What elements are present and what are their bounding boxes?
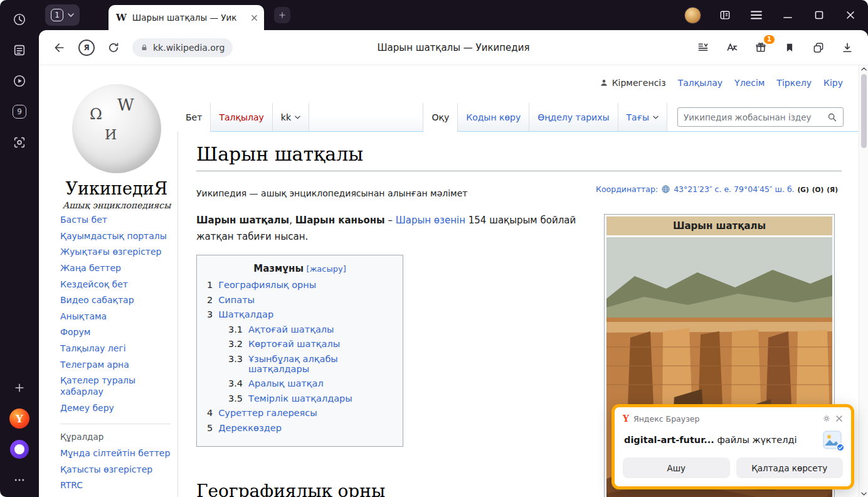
toc-link[interactable]: Дереккөздер [218,423,282,433]
personal-contrib-link[interactable]: Үлесім [734,78,765,88]
tab-read[interactable]: Оқу [423,103,458,131]
toc-link[interactable]: Темірлік шатқалдары [248,393,352,403]
alice-assistant-icon[interactable] [9,439,30,460]
scroll-down-icon[interactable] [861,492,867,496]
tab-group-selector[interactable]: 1 [45,4,80,26]
tab-more[interactable]: Тағы [618,103,667,131]
toc-link[interactable]: Сипаты [218,295,255,305]
personal-register-link[interactable]: Тіркелу [776,78,812,88]
more-options-icon[interactable] [9,469,30,491]
tab-viewsource[interactable]: Кодын көру [458,103,529,131]
user-avatar[interactable] [684,7,701,24]
toc-link[interactable]: Ақтоғай шатқалы [248,324,334,334]
menu-icon[interactable] [749,8,764,23]
tools-link-related[interactable]: Қатысты өзгерістер [60,464,171,476]
sidebar-link-talkfeed[interactable]: Талқылау легі [60,343,171,355]
tab-talk-label: Талқылау [219,112,263,122]
toc-item: 3.1Ақтоғай шатқалы [207,324,393,334]
globe-icon [661,184,670,194]
active-tab[interactable]: W Шарын шатқалы — Уик [109,5,264,30]
sidebar-link-telegram[interactable]: Телеграм арна [60,360,171,371]
extensions-icon[interactable] [810,40,827,56]
tab-title: Шарын шатқалы — Уик [132,13,245,23]
back-button[interactable] [51,40,68,56]
tab-history-label: Өңделу тарихы [537,112,609,122]
wiki-search-input[interactable] [684,112,827,122]
close-button[interactable] [843,8,858,23]
wiki-search-box[interactable] [677,107,844,127]
tab-read-label: Оқу [431,112,449,122]
address-bar[interactable]: kk.wikipedia.org [132,38,233,57]
river-link[interactable]: Шарын өзенін [396,215,465,226]
sidebar-link-forum[interactable]: Форум [60,327,171,338]
popup-settings-icon[interactable] [822,414,831,423]
coordinates: Координаттар: 43°21′23″ с. е. 79°04′45″ … [596,184,838,194]
coord-link-o[interactable]: (O) [812,186,824,193]
history-icon[interactable] [9,9,30,30]
site-tagline: Уикипедия — ашық энциклопедиясынан алынғ… [196,188,467,198]
refresh-button[interactable] [105,40,122,56]
toc-link[interactable]: Ұзынбұлақ алқабы шатқалдары [248,354,393,374]
coordinates-value[interactable]: 43°21′23″ с. е. 79°04′45″ ш. б. [674,184,794,194]
show-in-folder-button[interactable]: Қалтада көрсету [736,457,844,478]
translate-icon[interactable] [724,40,740,56]
tab-language[interactable]: kk [273,103,309,131]
yandex-search-button[interactable]: Я [78,40,95,56]
personal-login-link[interactable]: Кіру [823,78,843,88]
toc-link[interactable]: Шатқалдар [218,309,273,319]
scrollbar-thumb[interactable] [861,74,867,148]
tab-close-icon[interactable] [251,14,258,21]
sidebar-link-newpages[interactable]: Жаңа беттер [60,263,171,274]
download-message: digital-art-futur... файлы жүктелді [624,430,842,449]
coord-link-ya[interactable]: (Я) [827,186,838,193]
side-panels-icon[interactable] [717,8,733,23]
anon-user[interactable]: Кірмегенсіз [600,78,666,88]
scroll-up-icon[interactable] [861,67,867,71]
tab-talk[interactable]: Талқылау [211,103,272,131]
tab-page[interactable]: Бет [177,103,211,131]
tab-history[interactable]: Өңделу тарихы [529,103,618,131]
reader-mode-icon[interactable] [695,40,711,56]
coordinates-label[interactable]: Координаттар: [596,184,658,194]
sidebar-link-main[interactable]: Басты бет [60,215,171,226]
coord-link-g[interactable]: (G) [798,186,809,193]
toc-link[interactable]: Көртоғай шатқалы [248,339,340,349]
sidebar-link-random[interactable]: Кездейсоқ бет [60,279,171,291]
downloads-icon[interactable] [839,40,855,56]
wikipedia-logo[interactable]: Ω W И УикипедиЯ Ашық энциклопедиясы [55,84,178,210]
intro-paragraph: Шарын шатқалы, Шарын каньоны – Шарын өзе… [196,212,601,245]
toc-link[interactable]: Аралық шатқал [248,378,324,388]
open-file-button[interactable]: Ашу [623,457,730,478]
video-icon[interactable] [9,70,30,92]
minimize-button[interactable] [780,8,795,23]
sidebar-link-video[interactable]: Видео сабақтар [60,295,171,306]
logo-wordmark: УикипедиЯ [55,179,178,198]
promo-gift-icon[interactable]: 1 [753,40,769,56]
add-panel-icon[interactable] [9,377,30,398]
toc-link[interactable]: Суреттер галереясы [218,408,317,418]
sidebar-link-report[interactable]: Қателер туралы хабарлау [60,375,171,397]
toc-link[interactable]: Географиялық орны [218,280,316,290]
infobox-title: Шарын шатқалы [606,216,832,235]
sidebar-link-donate[interactable]: Демеу беру [60,403,171,414]
sidebar-link-help[interactable]: Анықтама [60,311,171,323]
file-thumbnail[interactable] [823,430,842,449]
screenshot-icon[interactable] [9,132,30,153]
sidebar-link-recent[interactable]: Жуықтағы өзгерістер [60,247,171,258]
scrollbar[interactable] [859,65,868,497]
yandex-browser-logo[interactable]: Y [9,408,30,429]
new-tab-button[interactable] [274,7,290,23]
popup-app-name: Яндекс Браузер [633,414,699,424]
bookmark-icon[interactable] [781,40,798,56]
tools-link-whatlinkshere[interactable]: Мұнда сілтейтін беттер [60,448,171,459]
feed-icon[interactable] [9,40,30,61]
browser-surface: Я kk.wikipedia.org Шарын шатқалы — Уикип… [39,30,868,497]
tools-link-rtrc[interactable]: RTRC [60,480,171,491]
toc-hide-link[interactable]: [жасыру] [307,264,346,274]
search-icon[interactable] [827,112,837,122]
tabs-counter-badge[interactable]: 9 [9,101,30,122]
popup-close-icon[interactable] [835,415,843,422]
personal-talk-link[interactable]: Талқылау [678,78,722,88]
maximize-button[interactable] [812,8,827,23]
sidebar-link-portal[interactable]: Қауымдастық порталы [60,231,171,242]
